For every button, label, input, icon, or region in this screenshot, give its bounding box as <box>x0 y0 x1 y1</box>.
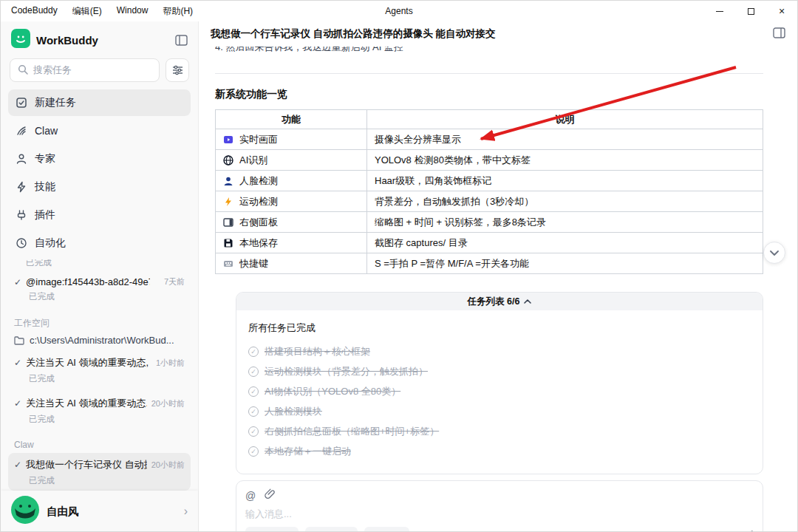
maximize-icon <box>748 8 754 15</box>
circle-check-icon: ✓ <box>248 347 259 357</box>
task-time: 7天前 <box>164 276 185 287</box>
menu-help[interactable]: 帮助(H) <box>163 5 193 18</box>
task-status: 已完成 <box>29 414 185 425</box>
minimize-button[interactable] <box>704 1 735 21</box>
user-account-bar[interactable]: 自由风 › <box>1 491 198 532</box>
task-title: 关注当天 AI 领域的重要动态, ... <box>26 356 150 369</box>
ai-detect-icon <box>223 155 233 166</box>
list-item-image-task[interactable]: ✓ @image:f145443b-a8d2-49e7-a... 7天前 已完成 <box>8 271 191 307</box>
expert-icon <box>16 153 27 165</box>
table-header-row: 功能 说明 <box>216 110 763 129</box>
todo-item: ✓搭建项目结构＋核心框架 <box>248 345 751 358</box>
nav-label: 技能 <box>35 180 55 194</box>
claw-icon <box>16 125 27 137</box>
automation-clock-icon <box>16 237 27 249</box>
feature-desc: 背景差分，自动触发抓拍（3秒冷却） <box>367 191 763 212</box>
sidebar-item-claw[interactable]: Claw <box>8 117 191 144</box>
task-status: 已完成 <box>29 475 185 486</box>
feature-label: 人脸检测 <box>239 174 278 188</box>
nav-label: 自动化 <box>35 236 66 250</box>
sliders-icon <box>172 65 183 75</box>
sidebar-item-automation[interactable]: 自动化 <box>8 230 191 256</box>
close-button[interactable]: × <box>766 1 797 21</box>
circle-check-icon: ✓ <box>248 406 259 417</box>
attach-button[interactable] <box>265 488 276 502</box>
hotkey-icon <box>223 259 233 269</box>
list-item-ai-news-1[interactable]: ✓ 关注当天 AI 领域的重要动态, ... 1小时前 已完成 <box>8 351 191 389</box>
sidebar-item-experts[interactable]: 专家 <box>8 146 191 172</box>
list-item-dashcam-task[interactable]: ✓ 我想做一个行车记录仪 自动抓... 20小时前 已完成 <box>8 453 191 491</box>
task-time: 1小时前 <box>156 358 185 369</box>
menu-window[interactable]: Window <box>117 5 149 18</box>
send-button[interactable] <box>740 529 754 532</box>
skill-icon <box>16 181 27 193</box>
chevron-down-icon <box>770 250 779 256</box>
feature-desc: 缩略图 + 时间 + 识别标签，最多8条记录 <box>367 212 763 233</box>
feature-desc: YOLOv8 检测80类物体，带中文标签 <box>367 150 763 171</box>
right-panel-toggle-button[interactable] <box>773 27 785 41</box>
table-row: 人脸检测 Haar级联，四角装饰框标记 <box>216 171 763 191</box>
circle-check-icon: ✓ <box>248 446 259 457</box>
craft-mode-button[interactable]: Craft <box>245 527 299 532</box>
todo-label: 右侧抓拍信息面板（缩略图+时间+标签） <box>265 425 439 438</box>
right-panel-icon <box>773 27 785 38</box>
check-icon: ✓ <box>14 358 21 368</box>
task-time: 20小时前 <box>151 398 185 409</box>
nav-label: 插件 <box>35 208 55 222</box>
sidebar-item-new-task[interactable]: 新建任务 <box>8 89 191 116</box>
nav-label: 专家 <box>35 152 55 166</box>
task-title: 关注当天 AI 领域的重要动态... <box>26 397 147 410</box>
side-panel-icon <box>223 217 233 228</box>
scroll-to-bottom-button[interactable] <box>763 242 785 264</box>
table-row: 本地保存 截图存 captures/ 目录 <box>216 233 763 253</box>
task-status: 已完成 <box>29 291 185 302</box>
feature-label: 实时画面 <box>239 133 278 146</box>
todo-item: ✓右侧抓拍信息面板（缩略图+时间+标签） <box>248 425 751 438</box>
filter-button[interactable] <box>166 58 189 82</box>
search-input[interactable]: 搜索任务 <box>10 58 160 82</box>
workspace-path-item[interactable]: c:\Users\Administrator\WorkBud... <box>8 332 191 348</box>
list-item-ai-news-2[interactable]: ✓ 关注当天 AI 领域的重要动态... 20小时前 已完成 <box>8 392 191 429</box>
folder-icon <box>14 336 24 345</box>
todo-item: ✓人脸检测模块 <box>248 405 751 418</box>
clipped-message-line: 4. 然后回来告诉我；我这边重新启动 AI 监控 <box>215 47 763 54</box>
features-section-title: 新系统功能一览 <box>215 88 763 101</box>
task-status: 已完成 <box>29 373 185 384</box>
menu-edit[interactable]: 编辑(E) <box>72 5 102 18</box>
todo-label: 本地存储＋一键启动 <box>265 445 351 458</box>
send-icon <box>740 529 754 532</box>
mention-button[interactable]: @ <box>245 490 256 502</box>
clipped-status: 已完成 <box>8 259 191 268</box>
save-icon <box>223 238 233 248</box>
message-input[interactable]: 输入消息... <box>245 508 754 527</box>
check-icon: ✓ <box>14 460 21 470</box>
todo-label: AI物体识别（YOLOv8 全80类） <box>265 385 400 398</box>
sidebar-item-skills[interactable]: 技能 <box>8 174 191 200</box>
workspace-section-label: 工作空间 <box>14 317 185 330</box>
live-view-icon <box>223 134 233 145</box>
sidebar-toggle-icon <box>175 35 188 46</box>
conversation-title: 我想做一个行车记录仪 自动抓拍公路违停的摄像头 能自动对接交 <box>211 27 773 41</box>
motion-detect-icon <box>223 197 233 207</box>
feature-label: 本地保存 <box>239 236 278 250</box>
sidebar: WorkBuddy 搜索任务 新建任务 Claw <box>1 21 199 532</box>
search-placeholder: 搜索任务 <box>33 64 72 77</box>
circle-check-icon: ✓ <box>248 366 259 377</box>
skills-button[interactable]: Skills <box>364 527 409 532</box>
menu-codebuddy[interactable]: CodeBuddy <box>11 5 58 18</box>
nav-label: 新建任务 <box>35 96 76 109</box>
table-row: AI识别 YOLOv8 检测80类物体，带中文标签 <box>216 150 763 171</box>
feature-label: 运动检测 <box>239 195 278 208</box>
task-list-panel-header[interactable]: 任务列表 6/6 <box>236 293 763 310</box>
todo-item: ✓运动检测模块（背景差分，触发抓拍） <box>248 365 751 378</box>
sidebar-collapse-button[interactable] <box>175 35 188 46</box>
message-composer[interactable]: @ 输入消息... Craft Auto <box>236 480 763 532</box>
feature-desc: 截图存 captures/ 目录 <box>367 233 763 253</box>
circle-check-icon: ✓ <box>248 426 259 437</box>
auto-mode-button[interactable]: Auto <box>305 527 358 532</box>
brand-name: WorkBuddy <box>36 34 98 47</box>
sidebar-item-plugins[interactable]: 插件 <box>8 202 191 228</box>
feature-desc: 摄像头全分辨率显示 <box>367 129 763 150</box>
plugin-icon <box>16 209 27 221</box>
maximize-button[interactable] <box>735 1 766 21</box>
